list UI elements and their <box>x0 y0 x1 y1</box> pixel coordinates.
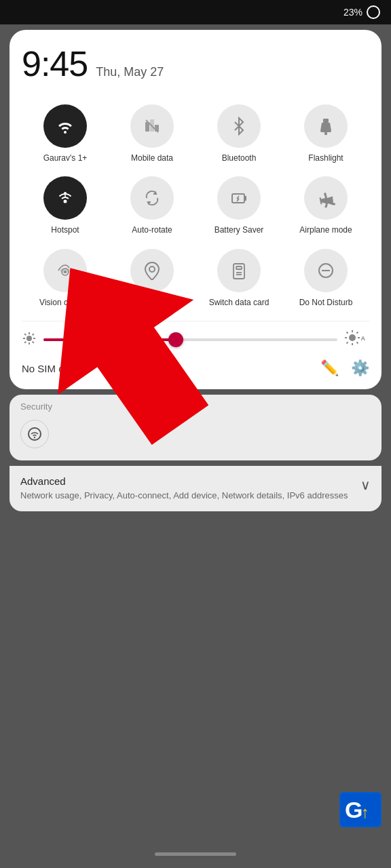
brightness-slider-track[interactable] <box>43 338 337 341</box>
qs-auto-rotate-icon <box>130 176 174 220</box>
navigation-bar <box>155 852 236 856</box>
qs-dnd-icon <box>304 249 348 292</box>
panel-divider <box>22 321 369 321</box>
qs-airplane[interactable]: Airplane mode <box>282 171 369 240</box>
qs-auto-rotate-label: Auto-rotate <box>132 225 172 235</box>
svg-point-16 <box>149 267 155 272</box>
qs-mobile-data[interactable]: Mobile data <box>109 99 196 168</box>
qs-switch-data[interactable]: Switch data card <box>196 243 282 313</box>
svg-line-28 <box>24 334 26 335</box>
qs-wifi[interactable]: Gaurav's 1+ <box>22 99 109 168</box>
qs-hotspot-icon <box>43 176 87 220</box>
svg-line-38 <box>357 342 358 344</box>
brightness-slider-thumb[interactable] <box>168 332 183 347</box>
clock-time: 9:45 <box>22 43 88 84</box>
svg-line-37 <box>347 332 348 334</box>
advanced-subtitle: Network usage, Privacy, Auto-connect, Ad… <box>20 490 348 502</box>
background-overlay <box>0 583 391 868</box>
qs-location-label: Location <box>136 298 167 307</box>
security-section: Security <box>10 395 381 460</box>
brightness-row: A <box>22 330 369 350</box>
qs-vision-comfort-label: Vision comfort <box>39 298 91 307</box>
qs-battery-saver-icon <box>217 176 261 220</box>
qs-wifi-icon <box>43 104 87 148</box>
brightness-low-icon <box>22 331 37 349</box>
svg-point-42 <box>34 437 35 438</box>
qs-hotspot-label: Hotspot <box>51 225 79 235</box>
qs-airplane-icon <box>304 176 348 220</box>
qs-dnd[interactable]: Do Not Disturb <box>282 243 369 313</box>
svg-point-41 <box>29 428 41 440</box>
qs-vision-comfort[interactable]: Vision comfort <box>22 243 109 313</box>
qs-location-icon <box>130 249 174 292</box>
svg-rect-10 <box>244 196 246 201</box>
qs-mobile-data-icon <box>130 104 174 148</box>
sim-status: No SIM card <box>22 363 78 374</box>
svg-point-7 <box>64 192 67 195</box>
svg-point-32 <box>349 334 356 341</box>
status-bar-right: 23% <box>343 5 380 19</box>
qs-flashlight-label: Flashlight <box>308 153 343 163</box>
advanced-text: Advanced Network usage, Privacy, Auto-co… <box>20 475 348 502</box>
svg-line-29 <box>33 341 34 342</box>
qs-mobile-data-label: Mobile data <box>131 153 173 163</box>
svg-rect-4 <box>323 119 329 123</box>
qs-switch-data-label: Switch data card <box>209 298 269 307</box>
brightness-high-icon: A <box>344 330 369 350</box>
time-date-row: 9:45 Thu, May 27 <box>22 43 369 84</box>
qs-battery-saver[interactable]: Battery Saver <box>196 171 282 240</box>
qs-bluetooth-label: Bluetooth <box>222 153 257 163</box>
brightness-slider-fill <box>43 338 176 341</box>
settings-icon[interactable]: ⚙️ <box>351 359 369 377</box>
svg-line-31 <box>24 341 26 342</box>
qs-bluetooth[interactable]: Bluetooth <box>196 99 282 168</box>
notification-panel: 9:45 Thu, May 27 Gaurav's 1+ Mobi <box>10 30 381 389</box>
security-label: Security <box>20 401 371 412</box>
qs-airplane-label: Airplane mode <box>299 225 352 235</box>
battery-percentage: 23% <box>343 7 362 18</box>
svg-point-6 <box>64 200 67 203</box>
qs-location[interactable]: Location <box>109 243 196 313</box>
svg-line-30 <box>33 334 34 335</box>
advanced-section: Advanced Network usage, Privacy, Auto-co… <box>10 466 381 511</box>
chevron-down-icon[interactable]: ∨ <box>360 477 371 493</box>
wifi-network-row[interactable] <box>20 414 371 454</box>
qs-flashlight-icon <box>304 104 348 148</box>
wifi-network-icon <box>20 420 49 448</box>
advanced-title: Advanced <box>20 475 348 487</box>
svg-line-40 <box>347 342 348 344</box>
qs-flashlight[interactable]: Flashlight <box>282 99 369 168</box>
battery-icon <box>367 5 380 19</box>
svg-point-23 <box>26 336 32 341</box>
edit-icon[interactable]: ✏️ <box>320 359 339 377</box>
status-bar: 23% <box>0 0 391 24</box>
svg-rect-5 <box>324 132 327 135</box>
panel-bottom-row: No SIM card ✏️ ⚙️ <box>22 359 369 377</box>
svg-point-15 <box>64 271 67 273</box>
advanced-row: Advanced Network usage, Privacy, Auto-co… <box>20 475 371 502</box>
qs-bluetooth-icon <box>217 104 261 148</box>
qs-battery-saver-label: Battery Saver <box>215 225 264 235</box>
qs-auto-rotate[interactable]: Auto-rotate <box>109 171 196 240</box>
svg-text:↑: ↑ <box>361 803 368 821</box>
qs-dnd-label: Do Not Disturb <box>299 298 353 307</box>
quick-settings-grid: Gaurav's 1+ Mobile data Bluetooth <box>22 99 369 313</box>
svg-text:G: G <box>345 797 362 823</box>
gadgets-to-use-logo: G ↑ <box>339 792 381 827</box>
qs-hotspot[interactable]: Hotspot <box>22 171 109 240</box>
svg-line-39 <box>357 332 358 334</box>
panel-action-icons: ✏️ ⚙️ <box>320 359 369 377</box>
qs-wifi-label: Gaurav's 1+ <box>43 153 88 163</box>
svg-rect-18 <box>236 267 242 269</box>
qs-vision-comfort-icon <box>43 249 87 292</box>
qs-switch-data-icon <box>217 249 261 292</box>
date-label: Thu, May 27 <box>96 65 164 79</box>
